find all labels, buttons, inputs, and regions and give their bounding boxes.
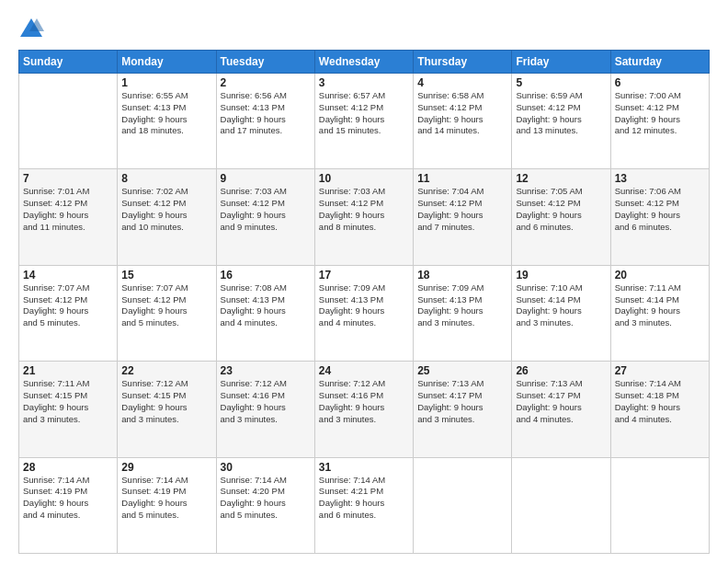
day-info: Sunrise: 6:59 AM Sunset: 4:12 PM Dayligh… [516, 90, 606, 137]
week-row-0: 1Sunrise: 6:55 AM Sunset: 4:13 PM Daylig… [19, 74, 710, 169]
day-info: Sunrise: 6:58 AM Sunset: 4:12 PM Dayligh… [417, 90, 507, 137]
weekday-header-friday: Friday [512, 51, 610, 74]
day-info: Sunrise: 7:01 AM Sunset: 4:12 PM Dayligh… [23, 186, 113, 233]
day-cell: 25Sunrise: 7:13 AM Sunset: 4:17 PM Dayli… [414, 362, 512, 457]
day-cell: 10Sunrise: 7:03 AM Sunset: 4:12 PM Dayli… [314, 169, 413, 265]
day-info: Sunrise: 7:09 AM Sunset: 4:13 PM Dayligh… [319, 282, 409, 329]
day-info: Sunrise: 7:14 AM Sunset: 4:21 PM Dayligh… [319, 475, 409, 522]
day-info: Sunrise: 6:56 AM Sunset: 4:13 PM Dayligh… [221, 90, 311, 137]
day-info: Sunrise: 7:03 AM Sunset: 4:12 PM Dayligh… [221, 186, 311, 233]
day-number: 16 [221, 269, 311, 282]
day-number: 27 [615, 364, 705, 377]
week-row-4: 28Sunrise: 7:14 AM Sunset: 4:19 PM Dayli… [19, 457, 710, 553]
day-number: 5 [516, 76, 606, 89]
day-number: 4 [417, 76, 507, 89]
week-row-1: 7Sunrise: 7:01 AM Sunset: 4:12 PM Daylig… [19, 169, 710, 265]
day-number: 12 [516, 172, 606, 185]
day-number: 7 [23, 172, 113, 185]
day-info: Sunrise: 6:55 AM Sunset: 4:13 PM Dayligh… [121, 90, 211, 137]
day-number: 9 [221, 172, 311, 185]
day-number: 31 [319, 461, 409, 474]
day-info: Sunrise: 7:12 AM Sunset: 4:16 PM Dayligh… [221, 378, 311, 425]
day-number: 19 [516, 269, 606, 282]
weekday-header-wednesday: Wednesday [314, 51, 413, 74]
day-number: 22 [121, 364, 211, 377]
day-info: Sunrise: 7:14 AM Sunset: 4:19 PM Dayligh… [121, 475, 211, 522]
weekday-header-row: SundayMondayTuesdayWednesdayThursdayFrid… [19, 51, 710, 74]
day-number: 25 [417, 364, 507, 377]
day-cell: 28Sunrise: 7:14 AM Sunset: 4:19 PM Dayli… [19, 457, 118, 553]
day-number: 14 [23, 269, 113, 282]
weekday-header-sunday: Sunday [19, 51, 118, 74]
week-row-2: 14Sunrise: 7:07 AM Sunset: 4:12 PM Dayli… [19, 265, 710, 361]
day-cell [19, 74, 118, 169]
day-number: 21 [23, 364, 113, 377]
day-cell: 23Sunrise: 7:12 AM Sunset: 4:16 PM Dayli… [216, 362, 314, 457]
day-cell: 9Sunrise: 7:03 AM Sunset: 4:12 PM Daylig… [216, 169, 314, 265]
day-cell: 12Sunrise: 7:05 AM Sunset: 4:12 PM Dayli… [512, 169, 610, 265]
day-number: 28 [23, 461, 113, 474]
day-cell: 1Sunrise: 6:55 AM Sunset: 4:13 PM Daylig… [118, 74, 216, 169]
day-info: Sunrise: 7:08 AM Sunset: 4:13 PM Dayligh… [221, 282, 311, 329]
day-cell: 6Sunrise: 7:00 AM Sunset: 4:12 PM Daylig… [610, 74, 709, 169]
day-number: 11 [417, 172, 507, 185]
day-info: Sunrise: 7:14 AM Sunset: 4:18 PM Dayligh… [615, 378, 705, 425]
weekday-header-monday: Monday [118, 51, 216, 74]
day-number: 17 [319, 269, 409, 282]
day-info: Sunrise: 7:13 AM Sunset: 4:17 PM Dayligh… [516, 378, 606, 425]
day-number: 13 [615, 172, 705, 185]
day-cell: 8Sunrise: 7:02 AM Sunset: 4:12 PM Daylig… [118, 169, 216, 265]
day-info: Sunrise: 7:04 AM Sunset: 4:12 PM Dayligh… [417, 186, 507, 233]
weekday-header-saturday: Saturday [610, 51, 709, 74]
day-number: 3 [319, 76, 409, 89]
header [18, 17, 710, 42]
logo-icon [18, 17, 44, 42]
day-info: Sunrise: 7:12 AM Sunset: 4:15 PM Dayligh… [121, 378, 211, 425]
day-cell: 29Sunrise: 7:14 AM Sunset: 4:19 PM Dayli… [118, 457, 216, 553]
day-cell: 21Sunrise: 7:11 AM Sunset: 4:15 PM Dayli… [19, 362, 118, 457]
day-cell: 17Sunrise: 7:09 AM Sunset: 4:13 PM Dayli… [314, 265, 413, 361]
day-cell: 20Sunrise: 7:11 AM Sunset: 4:14 PM Dayli… [610, 265, 709, 361]
day-cell: 30Sunrise: 7:14 AM Sunset: 4:20 PM Dayli… [216, 457, 314, 553]
day-cell: 27Sunrise: 7:14 AM Sunset: 4:18 PM Dayli… [610, 362, 709, 457]
day-info: Sunrise: 7:13 AM Sunset: 4:17 PM Dayligh… [417, 378, 507, 425]
day-number: 20 [615, 269, 705, 282]
day-number: 23 [221, 364, 311, 377]
day-number: 8 [121, 172, 211, 185]
day-number: 6 [615, 76, 705, 89]
day-number: 29 [121, 461, 211, 474]
day-cell: 5Sunrise: 6:59 AM Sunset: 4:12 PM Daylig… [512, 74, 610, 169]
logo [18, 17, 48, 42]
day-cell: 24Sunrise: 7:12 AM Sunset: 4:16 PM Dayli… [314, 362, 413, 457]
page: SundayMondayTuesdayWednesdayThursdayFrid… [0, 0, 728, 563]
day-number: 10 [319, 172, 409, 185]
day-cell [610, 457, 709, 553]
day-info: Sunrise: 7:09 AM Sunset: 4:13 PM Dayligh… [417, 282, 507, 329]
day-cell: 4Sunrise: 6:58 AM Sunset: 4:12 PM Daylig… [414, 74, 512, 169]
day-number: 15 [121, 269, 211, 282]
day-cell: 2Sunrise: 6:56 AM Sunset: 4:13 PM Daylig… [216, 74, 314, 169]
calendar: SundayMondayTuesdayWednesdayThursdayFrid… [18, 50, 710, 554]
day-cell: 19Sunrise: 7:10 AM Sunset: 4:14 PM Dayli… [512, 265, 610, 361]
day-cell [414, 457, 512, 553]
day-info: Sunrise: 7:03 AM Sunset: 4:12 PM Dayligh… [319, 186, 409, 233]
day-number: 18 [417, 269, 507, 282]
day-cell: 3Sunrise: 6:57 AM Sunset: 4:12 PM Daylig… [314, 74, 413, 169]
day-info: Sunrise: 7:06 AM Sunset: 4:12 PM Dayligh… [615, 186, 705, 233]
day-cell: 7Sunrise: 7:01 AM Sunset: 4:12 PM Daylig… [19, 169, 118, 265]
day-info: Sunrise: 7:10 AM Sunset: 4:14 PM Dayligh… [516, 282, 606, 329]
day-info: Sunrise: 7:12 AM Sunset: 4:16 PM Dayligh… [319, 378, 409, 425]
day-cell [512, 457, 610, 553]
day-info: Sunrise: 7:11 AM Sunset: 4:15 PM Dayligh… [23, 378, 113, 425]
day-info: Sunrise: 7:07 AM Sunset: 4:12 PM Dayligh… [23, 282, 113, 329]
day-cell: 26Sunrise: 7:13 AM Sunset: 4:17 PM Dayli… [512, 362, 610, 457]
day-info: Sunrise: 7:11 AM Sunset: 4:14 PM Dayligh… [615, 282, 705, 329]
day-cell: 18Sunrise: 7:09 AM Sunset: 4:13 PM Dayli… [414, 265, 512, 361]
day-info: Sunrise: 6:57 AM Sunset: 4:12 PM Dayligh… [319, 90, 409, 137]
week-row-3: 21Sunrise: 7:11 AM Sunset: 4:15 PM Dayli… [19, 362, 710, 457]
day-number: 2 [221, 76, 311, 89]
day-number: 26 [516, 364, 606, 377]
day-number: 1 [121, 76, 211, 89]
day-cell: 31Sunrise: 7:14 AM Sunset: 4:21 PM Dayli… [314, 457, 413, 553]
weekday-header-thursday: Thursday [414, 51, 512, 74]
